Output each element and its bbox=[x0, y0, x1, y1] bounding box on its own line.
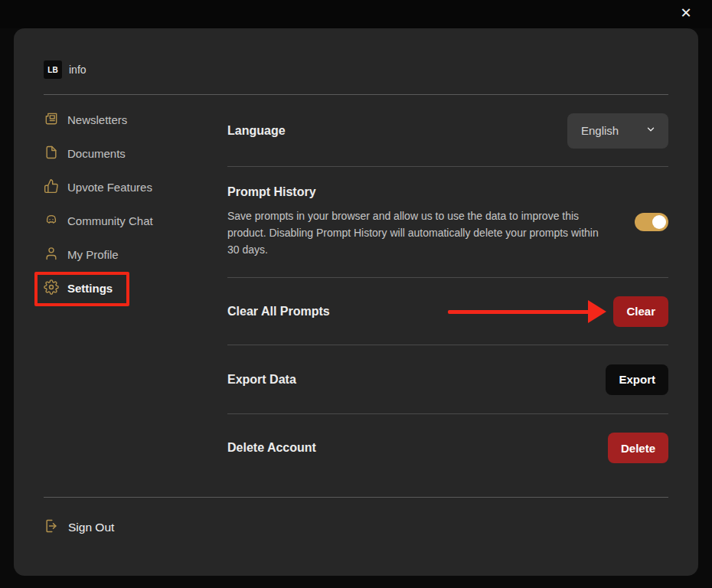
sidebar-item-documents[interactable]: Documents bbox=[44, 136, 227, 170]
export-data-label: Export Data bbox=[227, 373, 296, 387]
settings-modal: LB info Newsletters bbox=[14, 28, 698, 576]
sign-out-button[interactable]: Sign Out bbox=[44, 498, 668, 537]
sidebar-item-label: Upvote Features bbox=[67, 181, 152, 194]
settings-sidebar: Newsletters Documents Upvote Featur bbox=[44, 95, 227, 482]
sidebar-item-upvote-features[interactable]: Upvote Features bbox=[44, 170, 227, 204]
sidebar-item-label: Documents bbox=[67, 147, 126, 160]
language-row: Language English bbox=[227, 95, 668, 167]
modal-header: LB info bbox=[44, 28, 668, 95]
chevron-down-icon bbox=[645, 124, 656, 138]
language-selected-value: English bbox=[581, 124, 619, 137]
language-select[interactable]: English bbox=[567, 113, 668, 149]
clear-prompts-label: Clear All Prompts bbox=[227, 305, 330, 318]
sidebar-item-label: My Profile bbox=[67, 248, 119, 261]
gear-icon bbox=[44, 279, 59, 297]
toggle-knob bbox=[652, 215, 666, 229]
prompt-history-toggle[interactable] bbox=[635, 213, 668, 231]
delete-account-label: Delete Account bbox=[227, 441, 316, 455]
thumbs-up-icon bbox=[44, 178, 59, 196]
discord-icon bbox=[44, 212, 59, 230]
delete-button[interactable]: Delete bbox=[608, 433, 668, 463]
sidebar-item-label: Community Chat bbox=[67, 214, 153, 227]
page-backdrop bbox=[0, 0, 712, 28]
export-data-row: Export Data Export bbox=[227, 345, 668, 414]
clear-button[interactable]: Clear bbox=[613, 296, 668, 327]
sidebar-item-newsletters[interactable]: Newsletters bbox=[44, 103, 227, 136]
close-icon[interactable]: ✕ bbox=[677, 4, 695, 22]
prompt-history-label: Prompt History bbox=[227, 185, 610, 199]
language-label: Language bbox=[227, 124, 286, 138]
settings-content: Language English Prompt History Save pro… bbox=[227, 95, 668, 482]
clear-prompts-row: Clear All Prompts Clear bbox=[227, 278, 668, 345]
app-logo: LB bbox=[44, 60, 62, 79]
sidebar-item-community-chat[interactable]: Community Chat bbox=[44, 204, 227, 237]
document-icon bbox=[44, 145, 59, 162]
prompt-history-description: Save prompts in your browser and allow u… bbox=[227, 208, 610, 259]
sidebar-item-my-profile[interactable]: My Profile bbox=[44, 237, 227, 271]
prompt-history-row: Prompt History Save prompts in your brow… bbox=[227, 167, 668, 278]
sidebar-item-settings[interactable]: Settings bbox=[44, 271, 227, 305]
newspaper-icon bbox=[44, 111, 59, 129]
export-button[interactable]: Export bbox=[606, 364, 668, 395]
delete-account-row: Delete Account Delete bbox=[227, 414, 668, 482]
sidebar-item-label: Settings bbox=[67, 282, 113, 295]
modal-title: info bbox=[69, 64, 87, 76]
log-out-icon bbox=[44, 518, 59, 537]
sidebar-item-label: Newsletters bbox=[67, 113, 127, 126]
user-icon bbox=[44, 246, 59, 263]
sign-out-label: Sign Out bbox=[68, 521, 114, 534]
